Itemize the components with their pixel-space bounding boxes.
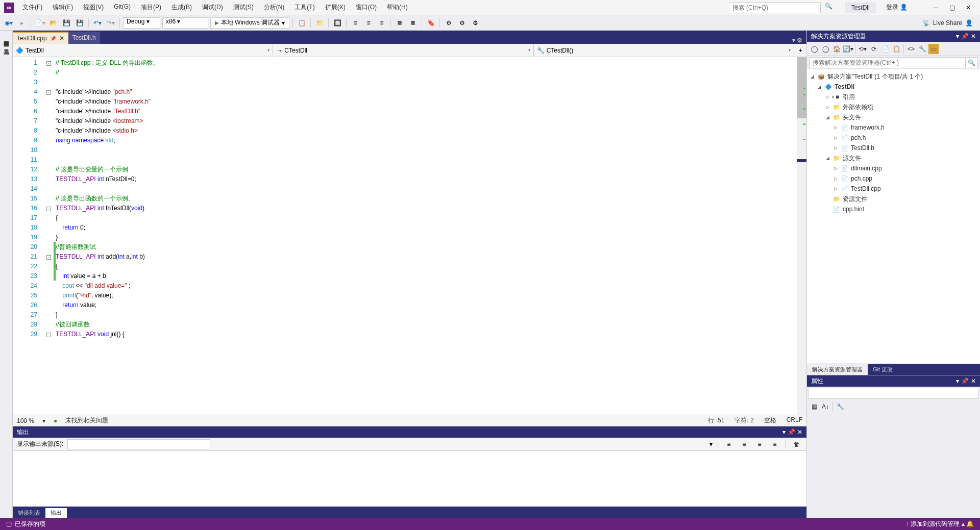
zoom-level[interactable]: 100 % [17, 417, 34, 424]
menu-git[interactable]: Git(G) [110, 1, 135, 14]
back-icon[interactable]: ◯ [809, 44, 819, 54]
tree-solution-root[interactable]: ◢ 📦 解决方案"TestDll"(1 个项目/共 1 个) [807, 71, 980, 82]
tree-cpp-hint[interactable]: 📄 cpp.hint [807, 204, 980, 214]
props-close-icon[interactable]: ✕ [971, 377, 976, 385]
code-editor[interactable]: 1234567891011121314151617181920212223242… [13, 57, 806, 415]
menu-analyze[interactable]: 分析(N) [260, 1, 289, 14]
error-list-tab[interactable]: 错误列表 [13, 508, 45, 518]
git-changes-tab[interactable]: Git 更改 [868, 364, 898, 375]
tree-pch-cpp[interactable]: ▷📄 pch.cpp [807, 173, 980, 184]
new-button[interactable]: 📄▾ [34, 17, 45, 29]
search-input[interactable] [729, 2, 821, 13]
properties-icon[interactable]: 🔧 [917, 44, 927, 54]
alphabetize-icon[interactable]: A↓ [820, 401, 830, 412]
maximize-button[interactable]: ▢ [944, 2, 960, 13]
login-button[interactable]: 登录 👤 [882, 1, 912, 14]
tree-external-deps[interactable]: ▷ 📁 外部依赖项 [807, 102, 980, 112]
props-pin-icon[interactable]: 📌 [961, 377, 969, 385]
output-tb-4[interactable]: ≡ [769, 439, 780, 450]
output-close-icon[interactable]: ✕ [797, 428, 802, 436]
tree-framework-h[interactable]: ▷📄 framework.h [807, 122, 980, 133]
tb-icon-7[interactable]: ≣ [394, 17, 405, 29]
tree-testdll-cpp[interactable]: ▷📄 TestDll.cpp [807, 184, 980, 194]
tb-icon-9[interactable]: ⚙ [443, 17, 454, 29]
menu-window[interactable]: 窗口(O) [352, 1, 381, 14]
pin-icon[interactable]: 📌 [50, 36, 56, 41]
code-content[interactable]: // TestDll.cpp : 定义 DLL 的导出函数。// "c-incl… [54, 57, 797, 415]
back-button[interactable]: ◉▾ [3, 17, 14, 29]
tb-icon-6[interactable]: ≡ [376, 17, 387, 29]
bookmark-icon[interactable]: 🔖 [425, 17, 436, 29]
tree-headers-folder[interactable]: ◢ 📁 头文件 [807, 112, 980, 122]
tb-icon-10[interactable]: ⚙ [456, 17, 468, 29]
code-icon[interactable]: <> [906, 44, 916, 54]
redo-button[interactable]: ↷▾ [105, 17, 116, 29]
open-button[interactable]: 📂 [47, 17, 59, 29]
minimize-button[interactable]: ─ [928, 2, 943, 13]
menu-build[interactable]: 生成(B) [167, 1, 196, 14]
panel-close-icon[interactable]: ✕ [971, 33, 976, 40]
output-content[interactable] [13, 451, 806, 507]
vertical-scrollbar[interactable] [797, 57, 806, 415]
tab-gear-icon[interactable]: ⚙ [797, 37, 802, 44]
expand-icon[interactable]: ▷ [824, 105, 830, 110]
tb-icon-2[interactable]: 📁 [314, 17, 325, 29]
tree-pch-h[interactable]: ▷📄 pch.h [807, 133, 980, 143]
menu-view[interactable]: 视图(V) [79, 1, 108, 14]
solution-tree[interactable]: ◢ 📦 解决方案"TestDll"(1 个项目/共 1 个) ◢ 🔷 TestD… [807, 69, 980, 364]
issues-status[interactable]: 未找到相关问题 [65, 416, 108, 425]
menu-test[interactable]: 测试(S) [229, 1, 258, 14]
class-combo[interactable]: → CTestDll ▾ [273, 44, 533, 57]
platform-select[interactable]: x86 ▾ [162, 17, 208, 29]
output-tab[interactable]: 输出 [45, 508, 67, 518]
menu-tools[interactable]: 工具(T) [290, 1, 318, 14]
output-tb-1[interactable]: ≡ [723, 439, 734, 450]
fold-column[interactable]: - - - - - [43, 57, 54, 415]
expand-icon[interactable]: ◢ [824, 156, 830, 161]
refresh-icon[interactable]: ⟳ [869, 44, 879, 54]
output-dropdown-icon[interactable]: ▾ [782, 428, 786, 436]
expand-icon[interactable]: ▷ [824, 94, 830, 99]
sync-icon[interactable]: ⟲▾ [857, 44, 868, 54]
output-pin-icon[interactable]: 📌 [788, 428, 795, 436]
fwd-icon[interactable]: ◯ [820, 44, 830, 54]
tree-references[interactable]: ▷ ▫◾ 引用 [807, 92, 980, 102]
preview-icon[interactable]: ▭ [928, 44, 939, 54]
menu-project[interactable]: 项目(P) [137, 1, 165, 14]
scope-combo[interactable]: 🔷 TestDll ▾ [13, 44, 273, 57]
indent-indicator[interactable]: 空格 [764, 416, 776, 425]
tree-dllmain-cpp[interactable]: ▷📄 dllmain.cpp [807, 163, 980, 173]
char-indicator[interactable]: 字符: 2 [734, 416, 753, 425]
save-button[interactable]: 💾 [61, 17, 72, 29]
line-ending-indicator[interactable]: CRLF [787, 416, 802, 425]
tree-sources-folder[interactable]: ◢ 📁 源文件 [807, 153, 980, 163]
switch-icon[interactable]: 🔄▾ [843, 44, 853, 54]
tree-resources-folder[interactable]: 📁 资源文件 [807, 194, 980, 204]
search-icon[interactable]: 🔍 [825, 3, 835, 13]
save-all-button[interactable]: 💾 [74, 17, 85, 29]
solution-search-icon[interactable]: 🔍 [966, 57, 978, 68]
live-share-button[interactable]: Live Share [933, 19, 962, 27]
menu-file[interactable]: 文件(F) [18, 1, 46, 14]
expand-icon[interactable]: ◢ [809, 74, 815, 79]
categorize-icon[interactable]: ▦ [809, 401, 819, 412]
server-explorer-tab[interactable]: 服务器资源管理器 [0, 33, 12, 41]
source-control-status[interactable]: ↑ 添加到源代码管理 ▴ 🔔 [906, 520, 974, 528]
member-combo[interactable]: 🔧 CTestDll() ▾ [534, 44, 794, 57]
props-dropdown-icon[interactable]: ▾ [956, 377, 959, 385]
tab-testdll-cpp[interactable]: TestDll.cpp 📌 ✕ [13, 32, 68, 44]
output-source-select[interactable] [67, 439, 210, 449]
output-tb-2[interactable]: ≡ [739, 439, 750, 450]
props-object-select[interactable] [808, 388, 979, 399]
user-icon[interactable]: 👤 [965, 19, 973, 27]
split-editor-button[interactable]: + [794, 44, 806, 57]
forward-button[interactable]: ▸ [16, 17, 28, 29]
panel-dropdown-icon[interactable]: ▾ [956, 33, 959, 40]
tb-icon-1[interactable]: 📋 [296, 17, 307, 29]
tree-testdll-h[interactable]: ▷📄 TestDll.h [807, 143, 980, 153]
undo-button[interactable]: ↶▾ [92, 17, 103, 29]
tree-project[interactable]: ◢ 🔷 TestDll [807, 82, 980, 92]
toolbox-tab[interactable]: 工具箱 [0, 41, 12, 49]
tb-icon-3[interactable]: 🔲 [332, 17, 343, 29]
start-debug-button[interactable]: ▶ 本地 Windows 调试器 ▾ [210, 17, 289, 29]
